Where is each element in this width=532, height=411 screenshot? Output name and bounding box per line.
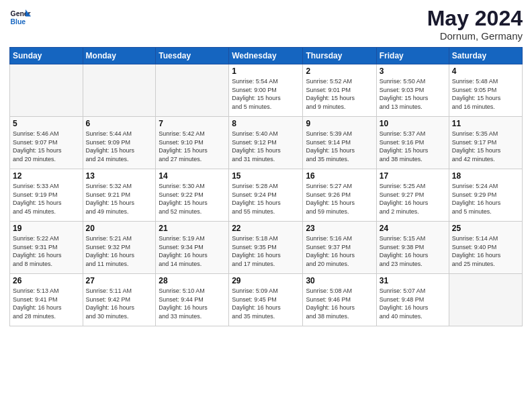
day-number: 31 — [380, 276, 446, 285]
table-row: 27Sunrise: 5:11 AM Sunset: 9:42 PM Dayli… — [83, 274, 156, 326]
table-row — [10, 64, 83, 117]
day-number: 5 — [13, 119, 80, 128]
day-info: Sunrise: 5:21 AM Sunset: 9:32 PM Dayligh… — [86, 234, 153, 268]
table-row: 9Sunrise: 5:39 AM Sunset: 9:14 PM Daylig… — [303, 117, 376, 169]
svg-text:Blue: Blue — [11, 18, 26, 26]
day-info: Sunrise: 5:35 AM Sunset: 9:17 PM Dayligh… — [452, 130, 519, 163]
day-number: 13 — [86, 171, 153, 181]
day-number: 3 — [380, 66, 446, 76]
day-number: 26 — [13, 276, 80, 285]
table-row: 25Sunrise: 5:14 AM Sunset: 9:40 PM Dayli… — [449, 222, 522, 274]
day-number: 23 — [306, 224, 373, 233]
table-row: 6Sunrise: 5:44 AM Sunset: 9:09 PM Daylig… — [83, 117, 156, 169]
day-number: 14 — [159, 171, 226, 181]
day-info: Sunrise: 5:46 AM Sunset: 9:07 PM Dayligh… — [13, 130, 80, 163]
day-info: Sunrise: 5:52 AM Sunset: 9:01 PM Dayligh… — [306, 77, 373, 111]
day-info: Sunrise: 5:54 AM Sunset: 9:00 PM Dayligh… — [232, 77, 300, 111]
day-info: Sunrise: 5:07 AM Sunset: 9:48 PM Dayligh… — [380, 287, 446, 320]
day-info: Sunrise: 5:19 AM Sunset: 9:34 PM Dayligh… — [159, 234, 226, 268]
table-row: 21Sunrise: 5:19 AM Sunset: 9:34 PM Dayli… — [156, 222, 229, 274]
day-number: 17 — [380, 171, 446, 181]
day-info: Sunrise: 5:24 AM Sunset: 9:29 PM Dayligh… — [452, 182, 519, 216]
day-info: Sunrise: 5:08 AM Sunset: 9:46 PM Dayligh… — [306, 287, 373, 320]
table-row: 3Sunrise: 5:50 AM Sunset: 9:03 PM Daylig… — [376, 64, 449, 117]
table-row: 10Sunrise: 5:37 AM Sunset: 9:16 PM Dayli… — [376, 117, 449, 169]
table-row: 16Sunrise: 5:27 AM Sunset: 9:26 PM Dayli… — [303, 169, 376, 222]
table-row: 29Sunrise: 5:09 AM Sunset: 9:45 PM Dayli… — [229, 274, 303, 326]
day-info: Sunrise: 5:09 AM Sunset: 9:45 PM Dayligh… — [232, 287, 300, 320]
day-number: 9 — [306, 119, 373, 128]
table-row: 28Sunrise: 5:10 AM Sunset: 9:44 PM Dayli… — [156, 274, 229, 326]
day-info: Sunrise: 5:37 AM Sunset: 9:16 PM Dayligh… — [380, 130, 446, 163]
day-number: 10 — [380, 119, 446, 128]
day-info: Sunrise: 5:50 AM Sunset: 9:03 PM Dayligh… — [380, 77, 446, 111]
day-number: 29 — [232, 276, 300, 285]
table-row: 14Sunrise: 5:30 AM Sunset: 9:22 PM Dayli… — [156, 169, 229, 222]
table-row: 15Sunrise: 5:28 AM Sunset: 9:24 PM Dayli… — [229, 169, 303, 222]
header-friday: Friday — [376, 48, 449, 64]
table-row — [156, 64, 229, 117]
day-number: 18 — [452, 171, 519, 181]
day-number: 28 — [159, 276, 226, 285]
day-number: 27 — [86, 276, 153, 285]
day-info: Sunrise: 5:44 AM Sunset: 9:09 PM Dayligh… — [86, 130, 153, 163]
day-info: Sunrise: 5:30 AM Sunset: 9:22 PM Dayligh… — [159, 182, 226, 216]
day-number: 1 — [232, 66, 300, 76]
table-row: 24Sunrise: 5:15 AM Sunset: 9:38 PM Dayli… — [376, 222, 449, 274]
table-row: 4Sunrise: 5:48 AM Sunset: 9:05 PM Daylig… — [449, 64, 522, 117]
calendar-week-row: 12Sunrise: 5:33 AM Sunset: 9:19 PM Dayli… — [10, 169, 523, 222]
table-row: 12Sunrise: 5:33 AM Sunset: 9:19 PM Dayli… — [10, 169, 83, 222]
day-info: Sunrise: 5:14 AM Sunset: 9:40 PM Dayligh… — [452, 234, 519, 268]
table-row: 23Sunrise: 5:16 AM Sunset: 9:37 PM Dayli… — [303, 222, 376, 274]
day-info: Sunrise: 5:25 AM Sunset: 9:27 PM Dayligh… — [380, 182, 446, 216]
location: Dornum, Germany — [427, 30, 523, 42]
day-number: 24 — [380, 224, 446, 233]
table-row: 8Sunrise: 5:40 AM Sunset: 9:12 PM Daylig… — [229, 117, 303, 169]
day-info: Sunrise: 5:28 AM Sunset: 9:24 PM Dayligh… — [232, 182, 300, 216]
day-number: 19 — [13, 224, 80, 233]
day-number: 20 — [86, 224, 153, 233]
header-wednesday: Wednesday — [229, 48, 303, 64]
table-row: 19Sunrise: 5:22 AM Sunset: 9:31 PM Dayli… — [10, 222, 83, 274]
header: General Blue May 2024 Dornum, Germany — [9, 7, 523, 42]
table-row: 13Sunrise: 5:32 AM Sunset: 9:21 PM Dayli… — [83, 169, 156, 222]
day-info: Sunrise: 5:32 AM Sunset: 9:21 PM Dayligh… — [86, 182, 153, 216]
day-number: 22 — [232, 224, 300, 233]
calendar-table: Sunday Monday Tuesday Wednesday Thursday… — [9, 47, 523, 326]
day-info: Sunrise: 5:11 AM Sunset: 9:42 PM Dayligh… — [86, 287, 153, 320]
day-info: Sunrise: 5:15 AM Sunset: 9:38 PM Dayligh… — [380, 234, 446, 268]
table-row: 17Sunrise: 5:25 AM Sunset: 9:27 PM Dayli… — [376, 169, 449, 222]
day-info: Sunrise: 5:13 AM Sunset: 9:41 PM Dayligh… — [13, 287, 80, 320]
day-number: 6 — [86, 119, 153, 128]
table-row: 2Sunrise: 5:52 AM Sunset: 9:01 PM Daylig… — [303, 64, 376, 117]
logo: General Blue — [9, 7, 31, 28]
table-row: 20Sunrise: 5:21 AM Sunset: 9:32 PM Dayli… — [83, 222, 156, 274]
logo-icon: General Blue — [9, 7, 31, 28]
day-info: Sunrise: 5:22 AM Sunset: 9:31 PM Dayligh… — [13, 234, 80, 268]
table-row: 5Sunrise: 5:46 AM Sunset: 9:07 PM Daylig… — [10, 117, 83, 169]
day-number: 7 — [159, 119, 226, 128]
table-row — [83, 64, 156, 117]
table-row: 11Sunrise: 5:35 AM Sunset: 9:17 PM Dayli… — [449, 117, 522, 169]
table-row: 22Sunrise: 5:18 AM Sunset: 9:35 PM Dayli… — [229, 222, 303, 274]
calendar-week-row: 19Sunrise: 5:22 AM Sunset: 9:31 PM Dayli… — [10, 222, 523, 274]
day-info: Sunrise: 5:39 AM Sunset: 9:14 PM Dayligh… — [306, 130, 373, 163]
page: General Blue May 2024 Dornum, Germany Su… — [0, 0, 532, 333]
table-row: 1Sunrise: 5:54 AM Sunset: 9:00 PM Daylig… — [229, 64, 303, 117]
header-sunday: Sunday — [10, 48, 83, 64]
calendar-week-row: 1Sunrise: 5:54 AM Sunset: 9:00 PM Daylig… — [10, 64, 523, 117]
header-tuesday: Tuesday — [156, 48, 229, 64]
day-number: 12 — [13, 171, 80, 181]
table-row: 31Sunrise: 5:07 AM Sunset: 9:48 PM Dayli… — [376, 274, 449, 326]
day-info: Sunrise: 5:18 AM Sunset: 9:35 PM Dayligh… — [232, 234, 300, 268]
calendar-week-row: 5Sunrise: 5:46 AM Sunset: 9:07 PM Daylig… — [10, 117, 523, 169]
table-row: 26Sunrise: 5:13 AM Sunset: 9:41 PM Dayli… — [10, 274, 83, 326]
header-thursday: Thursday — [303, 48, 376, 64]
table-row — [449, 274, 522, 326]
table-row: 30Sunrise: 5:08 AM Sunset: 9:46 PM Dayli… — [303, 274, 376, 326]
day-number: 15 — [232, 171, 300, 181]
header-monday: Monday — [83, 48, 156, 64]
day-info: Sunrise: 5:48 AM Sunset: 9:05 PM Dayligh… — [452, 77, 519, 111]
weekday-header-row: Sunday Monday Tuesday Wednesday Thursday… — [10, 48, 523, 64]
table-row: 18Sunrise: 5:24 AM Sunset: 9:29 PM Dayli… — [449, 169, 522, 222]
